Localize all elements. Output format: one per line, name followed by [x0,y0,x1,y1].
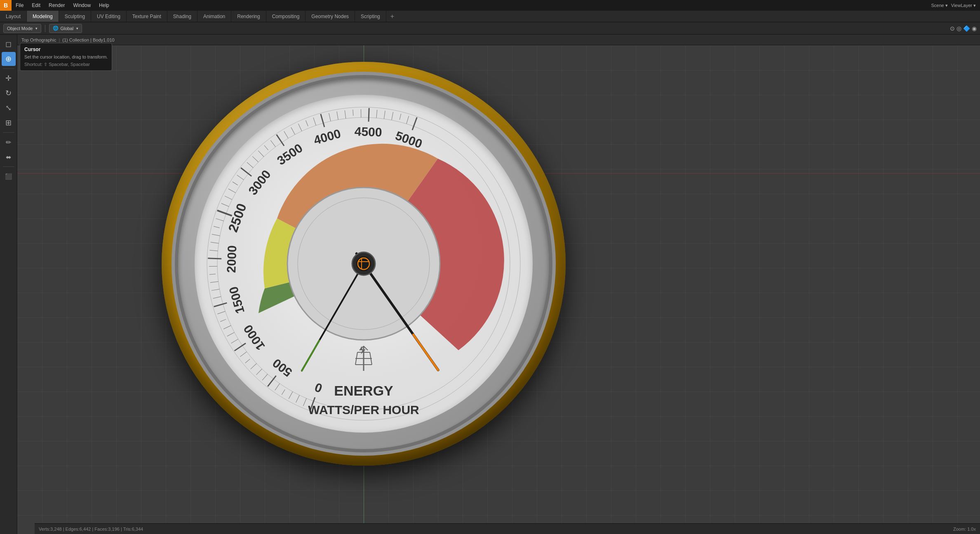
tool-move[interactable]: ✛ [2,71,16,85]
viewport-navigation: Zoom: 1.0x [953,527,976,532]
breadcrumb-bar: Top Orthographic | (1) Collection | Body… [17,35,980,45]
svg-line-23 [240,352,247,357]
tab-uv-editing[interactable]: UV Editing [91,11,127,22]
svg-line-18 [275,384,280,390]
tooltip-shortcut: Shortcut: ⇧ Spacebar, Spacebar [24,62,108,67]
svg-line-42 [233,182,238,185]
tool-rotate[interactable]: ↻ [2,86,16,100]
tab-animation[interactable]: Animation [197,11,231,22]
svg-line-31 [210,281,219,282]
svg-line-16 [289,391,293,398]
tab-sculpting[interactable]: Sculpting [59,11,91,22]
svg-line-52 [306,120,308,126]
gauge-svg: 0 500 1000 1500 2000 2500 3000 [195,95,533,433]
svg-line-47 [264,145,268,150]
menu-help[interactable]: Help [95,0,113,11]
svg-text:0: 0 [313,380,324,396]
svg-line-57 [353,110,353,116]
svg-text:4500: 4500 [354,124,382,139]
mode-chevron: ▾ [35,26,38,30]
tool-select-box[interactable]: ◻ [2,37,16,51]
tab-layout[interactable]: Layout [0,11,27,22]
breadcrumb-view: Top Orthographic [21,37,56,42]
tab-compositing[interactable]: Compositing [266,11,306,22]
svg-point-99 [356,256,371,271]
tab-modeling[interactable]: Modeling [27,11,59,22]
tab-shading[interactable]: Shading [167,11,197,22]
svg-line-24 [231,339,238,343]
svg-text:2000: 2000 [224,245,239,273]
svg-text:WATTS/PER HOUR: WATTS/PER HOUR [308,403,419,417]
svg-line-12 [369,108,369,122]
tool-cursor[interactable]: ⊕ [2,52,16,66]
tab-rendering[interactable]: Rendering [231,11,266,22]
tool-scale[interactable]: ⤡ [2,101,16,115]
view-layer-selector[interactable]: ViewLayer ▾ [951,3,976,8]
svg-line-27 [220,319,226,322]
svg-line-26 [223,326,231,329]
svg-line-51 [298,124,302,131]
menu-window[interactable]: Window [69,0,95,11]
tab-texture-paint[interactable]: Texture Paint [127,11,167,22]
svg-line-44 [247,162,253,168]
viewport-shading-btn[interactable]: 🌐 Global ▾ [49,24,82,33]
svg-line-7 [208,258,221,259]
tab-scripting[interactable]: Scripting [355,11,386,22]
svg-line-54 [329,113,331,121]
object-mode-selector[interactable]: Object Mode ▾ [3,24,41,33]
svg-line-35 [211,242,219,244]
add-workspace-button[interactable]: + [386,13,398,20]
tab-geometry-nodes[interactable]: Geometry Nodes [306,11,355,22]
snap-icon[interactable]: 🔷 [963,25,970,32]
sidebar-sep-1 [3,68,14,69]
header-toolbar: Object Mode ▾ 🌐 Global ▾ ⊙ ◎ 🔷 ◉ [0,22,980,35]
svg-line-28 [217,312,225,314]
viewport-overlay-icon[interactable]: ⊙ [950,25,955,32]
tooltip-title: Cursor [24,47,108,52]
svg-line-46 [258,151,264,157]
svg-line-5 [235,343,246,351]
svg-line-36 [212,234,220,236]
svg-line-59 [376,110,377,118]
svg-line-8 [217,211,232,216]
svg-line-95 [413,335,438,370]
tooltip-box: Cursor Set the cursor location, drag to … [20,43,112,71]
svg-line-25 [227,333,235,336]
breadcrumb-collection: (1) Collection | Body1.010 [62,37,114,42]
scene-selector[interactable]: Scene ▾ [931,3,948,8]
tool-add-cube[interactable]: ⬛ [2,169,16,183]
svg-line-32 [209,274,216,274]
svg-line-11 [321,114,324,127]
breadcrumb-sep: | [59,37,60,42]
svg-line-19 [262,374,268,380]
menu-render[interactable]: Render [45,0,69,11]
viewport-info: Verts:3,248 | Edges:6,442 | Faces:3,196 … [39,527,143,532]
menu-items: File Edit Render Window Help [12,0,113,11]
workspace-tabs: Layout Modeling Sculpting UV Editing Tex… [0,11,980,22]
viewport[interactable]: 0 500 1000 1500 2000 2500 3000 [17,45,980,534]
svg-text:1500: 1500 [226,285,247,315]
svg-line-62 [400,114,401,120]
menu-file[interactable]: File [12,0,28,11]
svg-line-4 [268,376,276,386]
svg-line-29 [213,297,221,298]
menu-edit[interactable]: Edit [28,0,45,11]
left-sidebar: ◻ ⊕ ✛ ↻ ⤡ ⊞ ✏ ⬌ ⬛ [0,35,17,534]
proportional-edit-icon[interactable]: ◉ [972,25,977,32]
svg-text:3500: 3500 [275,141,305,168]
tool-measure[interactable]: ⬌ [2,150,16,164]
svg-line-61 [392,112,393,120]
svg-line-21 [251,363,257,369]
tool-transform[interactable]: ⊞ [2,116,16,130]
svg-line-40 [225,196,232,200]
svg-line-48 [270,141,275,147]
gizmo-icon[interactable]: ◎ [956,25,961,32]
top-menu-bar: B File Edit Render Window Help Scene ▾ V… [0,0,980,11]
svg-line-38 [216,218,223,221]
svg-line-60 [384,111,385,119]
tool-annotate[interactable]: ✏ [2,135,16,149]
svg-line-39 [221,203,229,206]
toolbar-sep-1 [45,25,45,32]
svg-line-14 [303,398,306,406]
sidebar-sep-3 [3,166,14,167]
